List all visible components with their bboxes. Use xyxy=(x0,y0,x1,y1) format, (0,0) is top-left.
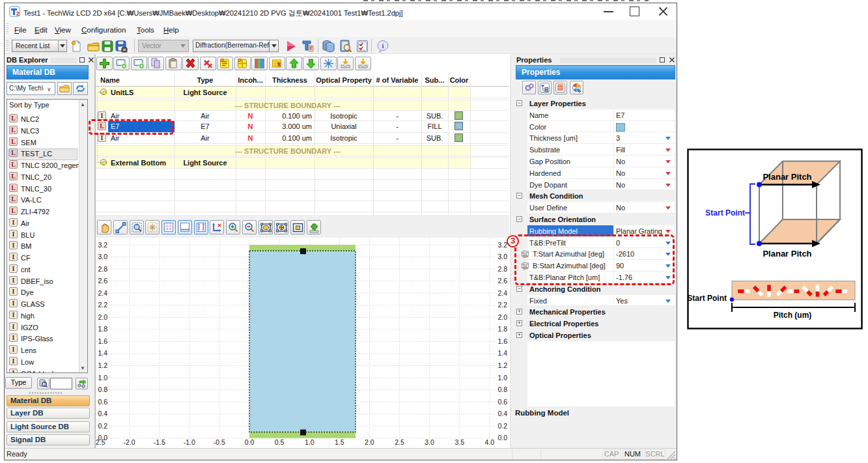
svg-text:Start Point: Start Point xyxy=(705,208,745,217)
svg-text:2.6: 2.6 xyxy=(98,277,107,285)
svg-text:2.0: 2.0 xyxy=(98,313,107,321)
svg-text:0.8: 0.8 xyxy=(497,386,507,393)
svg-text:2.4: 2.4 xyxy=(98,289,107,297)
svg-text:3.0: 3.0 xyxy=(497,253,507,260)
svg-text:2.6: 2.6 xyxy=(497,277,507,285)
svg-text:1.8: 1.8 xyxy=(98,325,107,333)
svg-text:2.8: 2.8 xyxy=(497,265,507,273)
svg-text:0.8: 0.8 xyxy=(98,386,107,393)
svg-text:2.0: 2.0 xyxy=(497,313,507,321)
svg-text:-2.0: -2.0 xyxy=(124,438,135,446)
svg-text:1.4: 1.4 xyxy=(98,349,107,357)
svg-text:0.0: 0.0 xyxy=(245,438,255,446)
svg-text:0.6: 0.6 xyxy=(497,398,507,406)
svg-text:-1.0: -1.0 xyxy=(184,438,195,446)
svg-text:1.2: 1.2 xyxy=(98,361,107,369)
svg-text:Start Point: Start Point xyxy=(687,294,727,303)
svg-text:Planar Pitch: Planar Pitch xyxy=(763,249,811,259)
svg-text:0.0: 0.0 xyxy=(497,434,507,442)
svg-text:0.2: 0.2 xyxy=(98,422,107,430)
svg-text:4.0: 4.0 xyxy=(484,438,494,446)
svg-text:0.2: 0.2 xyxy=(497,422,507,430)
svg-text:1.0: 1.0 xyxy=(497,374,507,382)
svg-text:-1.5: -1.5 xyxy=(154,438,165,446)
svg-text:1.6: 1.6 xyxy=(98,337,107,345)
svg-text:Planar Pitch: Planar Pitch xyxy=(763,172,811,182)
svg-text:3.5: 3.5 xyxy=(455,438,464,446)
svg-text:1.0: 1.0 xyxy=(305,438,315,446)
svg-text:3.0: 3.0 xyxy=(425,438,434,446)
svg-text:Pitch (um): Pitch (um) xyxy=(774,311,812,320)
svg-text:3.0: 3.0 xyxy=(98,253,107,260)
svg-text:1.0: 1.0 xyxy=(98,374,107,382)
svg-text:0.4: 0.4 xyxy=(98,410,107,417)
svg-text:2.5: 2.5 xyxy=(395,438,404,446)
svg-text:2.2: 2.2 xyxy=(497,301,507,309)
svg-text:2.4: 2.4 xyxy=(497,289,507,297)
svg-text:0.4: 0.4 xyxy=(497,410,507,417)
svg-text:3.2: 3.2 xyxy=(497,241,507,249)
svg-text:1.5: 1.5 xyxy=(335,438,344,446)
svg-text:0.6: 0.6 xyxy=(98,398,107,406)
svg-text:1.6: 1.6 xyxy=(497,337,507,345)
svg-text:1.2: 1.2 xyxy=(497,361,507,369)
svg-text:1.8: 1.8 xyxy=(497,325,507,333)
svg-text:-0.5: -0.5 xyxy=(214,438,225,446)
svg-text:2.2: 2.2 xyxy=(98,301,107,309)
svg-text:-2.5: -2.5 xyxy=(96,438,105,446)
svg-text:2.0: 2.0 xyxy=(365,438,374,446)
svg-text:3.2: 3.2 xyxy=(98,241,107,249)
svg-text:i: i xyxy=(382,42,384,49)
svg-text:2.8: 2.8 xyxy=(98,265,107,273)
svg-text:1.4: 1.4 xyxy=(497,349,507,357)
svg-text:0.5: 0.5 xyxy=(275,438,285,446)
